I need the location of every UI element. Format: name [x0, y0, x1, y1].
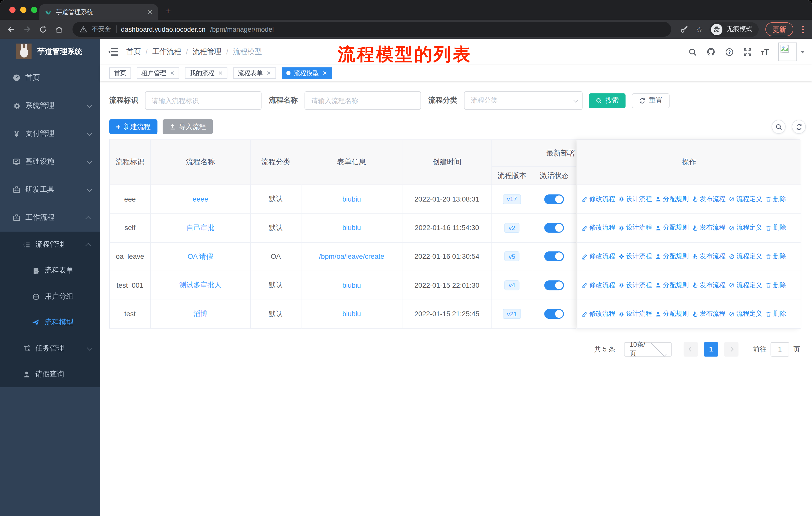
edit-process-link[interactable]: 修改流程 — [581, 252, 615, 261]
browser-update-button[interactable]: 更新 — [765, 22, 793, 36]
goto-page-input[interactable] — [771, 342, 789, 357]
process-name-link[interactable]: 自己审批 — [186, 223, 214, 233]
assign-rule-link[interactable]: 分配规则 — [655, 310, 689, 319]
close-window-button[interactable] — [9, 7, 16, 13]
search-icon[interactable] — [688, 47, 697, 56]
process-key-input[interactable] — [145, 91, 262, 110]
bookmark-star-icon[interactable]: ☆ — [696, 25, 703, 34]
publish-process-link[interactable]: 发布流程 — [692, 252, 726, 261]
sidebar-collapse-icon[interactable] — [108, 48, 118, 56]
sidebar-item-user-group[interactable]: 用户分组 — [0, 283, 100, 309]
process-definition-link[interactable]: 流程定义 — [729, 281, 762, 290]
sidebar-item-process-model[interactable]: 流程模型 — [0, 309, 100, 335]
minimize-window-button[interactable] — [20, 7, 26, 13]
delete-link[interactable]: 删除 — [765, 281, 786, 290]
prev-page-button[interactable] — [684, 342, 698, 357]
home-icon[interactable] — [54, 25, 64, 34]
form-link[interactable]: biubiu — [342, 310, 361, 318]
fullscreen-icon[interactable] — [743, 47, 752, 56]
form-link[interactable]: biubiu — [342, 281, 361, 289]
breadcrumb-process-mgmt[interactable]: 流程管理 — [193, 47, 222, 56]
edit-process-link[interactable]: 修改流程 — [581, 281, 615, 290]
form-link[interactable]: biubiu — [342, 224, 361, 232]
edit-process-link[interactable]: 修改流程 — [581, 223, 615, 232]
close-icon[interactable]: ✕ — [266, 70, 271, 77]
edit-process-link[interactable]: 修改流程 — [581, 195, 615, 203]
close-icon[interactable]: ✕ — [218, 70, 223, 77]
active-toggle[interactable] — [544, 252, 564, 262]
design-process-link[interactable]: 设计流程 — [618, 223, 652, 232]
active-toggle[interactable] — [544, 194, 564, 204]
process-definition-link[interactable]: 流程定义 — [729, 252, 762, 261]
design-process-link[interactable]: 设计流程 — [618, 252, 652, 261]
publish-process-link[interactable]: 发布流程 — [692, 195, 726, 203]
breadcrumb-home[interactable]: 首页 — [126, 47, 141, 56]
tag-process-form[interactable]: 流程表单✕ — [233, 67, 276, 79]
form-link[interactable]: /bpm/oa/leave/create — [319, 253, 384, 261]
security-label[interactable]: 不安全 — [92, 25, 111, 34]
delete-link[interactable]: 删除 — [765, 310, 786, 319]
delete-link[interactable]: 删除 — [765, 223, 786, 232]
design-process-link[interactable]: 设计流程 — [618, 310, 652, 319]
active-toggle[interactable] — [544, 223, 564, 233]
user-avatar-dropdown[interactable] — [778, 43, 805, 61]
process-definition-link[interactable]: 流程定义 — [729, 310, 762, 319]
sidebar-item-task-mgmt[interactable]: 任务管理 — [0, 335, 100, 361]
sidebar-logo[interactable]: 芋道管理系统 — [0, 39, 100, 64]
delete-link[interactable]: 删除 — [765, 195, 786, 203]
tag-tenant[interactable]: 租户管理✕ — [137, 67, 179, 79]
publish-process-link[interactable]: 发布流程 — [692, 223, 726, 232]
sidebar-item-devtools[interactable]: 研发工具 — [0, 175, 100, 203]
sidebar-item-system[interactable]: 系统管理 — [0, 92, 100, 120]
sidebar-item-process-form[interactable]: 流程表单 — [0, 258, 100, 284]
form-link[interactable]: biubiu — [342, 195, 361, 203]
process-name-link[interactable]: OA 请假 — [187, 252, 213, 261]
edit-process-link[interactable]: 修改流程 — [581, 310, 615, 319]
search-button[interactable]: 搜索 — [589, 93, 626, 108]
publish-process-link[interactable]: 发布流程 — [692, 310, 726, 319]
delete-link[interactable]: 删除 — [765, 252, 786, 261]
assign-rule-link[interactable]: 分配规则 — [655, 195, 689, 203]
next-page-button[interactable] — [724, 342, 738, 357]
tag-home[interactable]: 首页 — [109, 67, 131, 79]
page-size-select[interactable]: 10条/页 — [624, 342, 671, 357]
active-toggle[interactable] — [544, 280, 564, 290]
active-toggle[interactable] — [544, 309, 564, 319]
assign-rule-link[interactable]: 分配规则 — [655, 252, 689, 261]
page-1-button[interactable]: 1 — [704, 342, 718, 357]
category-select[interactable]: 流程分类 — [464, 91, 582, 110]
help-icon[interactable]: ? — [725, 47, 734, 56]
password-key-icon[interactable] — [679, 25, 689, 34]
breadcrumb-workflow[interactable]: 工作流程 — [152, 47, 181, 56]
import-process-button[interactable]: 导入流程 — [163, 119, 213, 134]
sidebar-item-infra[interactable]: 基础设施 — [0, 147, 100, 175]
sidebar-item-process-mgmt[interactable]: 流程管理 — [0, 232, 100, 258]
close-icon[interactable]: ✕ — [170, 70, 175, 77]
process-definition-link[interactable]: 流程定义 — [729, 223, 762, 232]
design-process-link[interactable]: 设计流程 — [618, 195, 652, 203]
assign-rule-link[interactable]: 分配规则 — [655, 223, 689, 232]
font-size-icon[interactable]: TT — [761, 47, 769, 56]
tag-process-model[interactable]: 流程模型✕ — [282, 67, 332, 79]
create-process-button[interactable]: + 新建流程 — [109, 119, 157, 134]
sidebar-item-payment[interactable]: ¥ 支付管理 — [0, 120, 100, 147]
design-process-link[interactable]: 设计流程 — [618, 281, 652, 290]
publish-process-link[interactable]: 发布流程 — [692, 281, 726, 290]
process-name-input[interactable] — [304, 91, 421, 110]
tag-my-process[interactable]: 我的流程✕ — [185, 67, 228, 79]
process-name-link[interactable]: 测试多审批人 — [179, 281, 222, 290]
reset-button[interactable]: 重置 — [632, 93, 670, 108]
process-definition-link[interactable]: 流程定义 — [729, 195, 762, 203]
close-icon[interactable]: ✕ — [322, 70, 327, 77]
tab-close-icon[interactable]: ✕ — [147, 8, 152, 16]
reload-icon[interactable] — [38, 25, 48, 34]
refresh-button[interactable] — [792, 120, 806, 134]
process-name-link[interactable]: 滔博 — [193, 309, 207, 319]
url-bar[interactable]: 不安全 dashboard.yudao.iocoder.cn/bpm/manag… — [72, 22, 671, 37]
toggle-search-button[interactable] — [772, 120, 786, 134]
new-tab-button[interactable]: + — [165, 5, 171, 17]
process-name-link[interactable]: eeee — [193, 195, 208, 203]
back-icon[interactable] — [6, 25, 16, 34]
maximize-window-button[interactable] — [31, 7, 37, 13]
assign-rule-link[interactable]: 分配规则 — [655, 281, 689, 290]
